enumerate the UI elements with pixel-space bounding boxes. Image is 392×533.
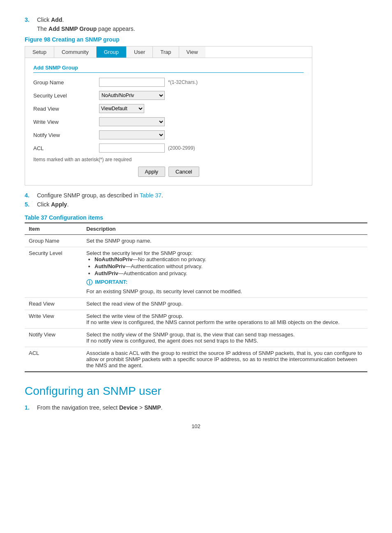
read-view-label: Read View (33, 106, 99, 112)
table-row: ACL Associate a basic ACL with the group… (25, 347, 367, 372)
nav-tab-view[interactable]: View (179, 46, 205, 58)
section-heading: Configuring an SNMP user (25, 385, 367, 398)
snmp-bold: SNMP (144, 404, 161, 411)
form-title: Add SNMP Group (33, 65, 304, 73)
notify-view-label: Notify View (33, 132, 99, 138)
cancel-button[interactable]: Cancel (168, 167, 199, 177)
step-5-bold: Apply (51, 201, 67, 208)
security-level-list: NoAuth/NoPriv—No authentication no priva… (86, 256, 363, 276)
security-level-label: Security Level (33, 93, 99, 99)
write-view-control (99, 117, 165, 126)
row-group-name-item: Group Name (25, 235, 82, 247)
row-write-view-item: Write View (25, 310, 82, 329)
row-security-level-desc: Select the security level for the SNMP g… (82, 247, 367, 298)
step-4-text: Configure SNMP group, as described in Ta… (37, 192, 163, 199)
row-acl-item: ACL (25, 347, 82, 372)
important-text: For an existing SNMP group, its security… (86, 288, 363, 294)
snmp-user-step-1-num: 1. (25, 404, 33, 411)
form-row-read-view: Read View ViewDefault (33, 104, 304, 113)
config-table: Item Description Group Name Set the SNMP… (25, 222, 367, 372)
form-row-write-view: Write View (33, 117, 304, 126)
device-bold: Device (119, 404, 138, 411)
step-3-sub: The Add SNMP Group page appears. (37, 25, 367, 32)
nav-tab-user[interactable]: User (127, 46, 153, 58)
read-view-control: ViewDefault (99, 104, 144, 113)
form-row-notify-view: Notify View (33, 130, 304, 139)
row-notify-view-item: Notify View (25, 329, 82, 347)
row-security-level-item: Security Level (25, 247, 82, 298)
step-3: 3. Click Add. (25, 16, 367, 23)
step-snmp-user-1: 1. From the navigation tree, select Devi… (25, 404, 367, 411)
nav-tab-community[interactable]: Community (54, 46, 97, 58)
form-row-group-name: Group Name *(1-32Chars.) (33, 78, 304, 87)
row-write-view-desc: Select the write view of the SNMP group.… (82, 310, 367, 329)
step-3-text: Click Add. (37, 16, 64, 23)
notify-view-control (99, 130, 165, 139)
group-name-label: Group Name (33, 79, 99, 86)
security-level-select[interactable]: NoAuth/NoPriv Auth/NoPriv Auth/Priv (99, 91, 165, 100)
acl-label: ACL (33, 145, 99, 151)
table-row: Notify View Select the notify view of th… (25, 329, 367, 347)
nav-tab-group[interactable]: Group (97, 46, 127, 58)
step-5-text: Click Apply. (37, 201, 69, 208)
table-row: Write View Select the write view of the … (25, 310, 367, 329)
snmp-nav-tabs: Setup Community Group User Trap View (25, 46, 312, 58)
nav-tab-setup[interactable]: Setup (25, 46, 54, 58)
table37-link[interactable]: Table 37 (140, 192, 161, 199)
acl-hint: (2000-2999) (168, 145, 195, 151)
row-read-view-item: Read View (25, 298, 82, 310)
list-item: Auth/NoPriv—Authentication without priva… (95, 263, 363, 269)
step-4-number: 4. (25, 192, 33, 199)
page-number: 102 (25, 423, 367, 429)
row-read-view-desc: Select the read view of the SNMP group. (82, 298, 367, 310)
acl-control: (2000-2999) (99, 144, 195, 153)
list-item: NoAuth/NoPriv—No authentication no priva… (95, 256, 363, 262)
add-snmp-group-label: Add SNMP Group (48, 25, 97, 32)
required-note: Items marked with an asterisk(*) are req… (33, 157, 304, 162)
col-item: Item (25, 223, 82, 235)
form-row-acl: ACL (2000-2999) (33, 144, 304, 153)
step-4: 4. Configure SNMP group, as described in… (25, 192, 367, 199)
figure-title: Figure 98 Creating an SNMP group (25, 36, 367, 43)
important-box: ⓘ IMPORTANT: (86, 279, 363, 287)
write-view-label: Write View (33, 119, 99, 125)
notify-view-select[interactable] (99, 130, 165, 139)
read-view-select[interactable]: ViewDefault (99, 104, 144, 113)
step-5-number: 5. (25, 201, 33, 208)
list-item: Auth/Priv—Authentication and privacy. (95, 270, 363, 276)
row-group-name-desc: Set the SNMP group name. (82, 235, 367, 247)
table-header-row: Item Description (25, 223, 367, 235)
security-level-control: NoAuth/NoPriv Auth/NoPriv Auth/Priv (99, 91, 165, 100)
acl-input[interactable] (99, 144, 165, 153)
step-5: 5. Click Apply. (25, 201, 367, 208)
form-row-security-level: Security Level NoAuth/NoPriv Auth/NoPriv… (33, 91, 304, 100)
form-buttons: Apply Cancel (33, 167, 304, 177)
step-3-bold: Add (51, 16, 62, 23)
row-acl-desc: Associate a basic ACL with the group to … (82, 347, 367, 372)
important-icon: ⓘ (86, 279, 92, 287)
table-row: Read View Select the read view of the SN… (25, 298, 367, 310)
group-name-input[interactable] (99, 78, 165, 87)
important-label: IMPORTANT: (95, 279, 127, 285)
group-name-hint: *(1-32Chars.) (168, 79, 198, 85)
nav-tab-trap[interactable]: Trap (153, 46, 179, 58)
group-name-control: *(1-32Chars.) (99, 78, 198, 87)
row-notify-view-desc: Select the notify view of the SNMP group… (82, 329, 367, 347)
apply-button[interactable]: Apply (138, 167, 166, 177)
write-view-select[interactable] (99, 117, 165, 126)
table-row: Security Level Select the security level… (25, 247, 367, 298)
col-description: Description (82, 223, 367, 235)
snmp-user-step-1-text: From the navigation tree, select Device … (37, 404, 162, 411)
add-snmp-group-form: Add SNMP Group Group Name *(1-32Chars.) … (25, 58, 312, 185)
table-row: Group Name Set the SNMP group name. (25, 235, 367, 247)
table37-title: Table 37 Configuration items (25, 214, 367, 221)
step-3-number: 3. (25, 16, 33, 23)
